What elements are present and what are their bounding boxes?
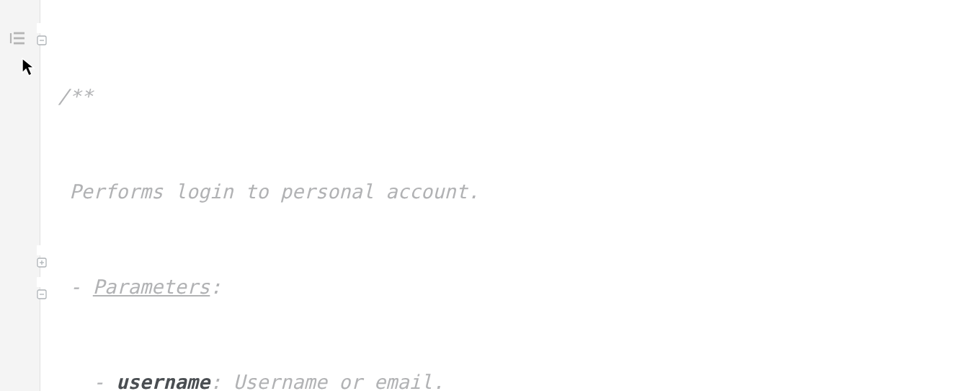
gutter bbox=[0, 0, 40, 391]
doc-parameters-label: Parameters bbox=[93, 276, 210, 298]
code-editor[interactable]: /** Performs login to personal account. … bbox=[50, 0, 980, 391]
doc-open: /** bbox=[58, 85, 93, 107]
code-line[interactable]: Performs login to personal account. bbox=[50, 176, 980, 208]
doc-param-name: username bbox=[116, 371, 210, 391]
structure-icon[interactable] bbox=[9, 23, 26, 38]
code-line[interactable]: /** bbox=[50, 81, 980, 113]
doc-param-desc: : Username or email. bbox=[210, 371, 444, 391]
code-line[interactable]: - Parameters: bbox=[50, 271, 980, 303]
gutter-strip bbox=[40, 0, 50, 391]
fold-toggle-comment-open[interactable] bbox=[37, 23, 47, 33]
doc-desc: Performs login to personal account. bbox=[69, 180, 479, 203]
code-line[interactable]: - username: Username or email. bbox=[50, 366, 980, 391]
fold-toggle-func[interactable] bbox=[37, 277, 47, 287]
fold-toggle-comment-close[interactable] bbox=[37, 245, 47, 255]
